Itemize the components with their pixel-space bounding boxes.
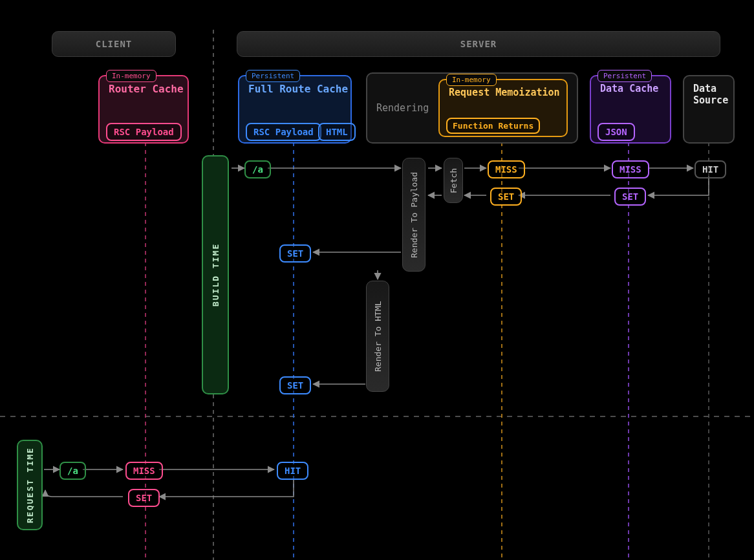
full-route-html-chip: HTML bbox=[318, 123, 356, 141]
render-to-html-block: Render To HTML bbox=[366, 281, 389, 392]
miss-memo-pill: MISS bbox=[488, 160, 525, 178]
router-cache-card: In-memory Router Cache RSC Payload bbox=[98, 75, 189, 144]
req-memo-badge: In-memory bbox=[446, 74, 497, 86]
data-cache-json-chip: JSON bbox=[598, 123, 635, 141]
set-html-pill: SET bbox=[279, 376, 311, 394]
data-source-title: Data Source bbox=[693, 83, 728, 106]
miss-router-pill: MISS bbox=[125, 462, 163, 480]
data-cache-card: Persistent Data Cache JSON bbox=[590, 75, 671, 144]
full-route-cache-card: Persistent Full Route Cache RSC Payload … bbox=[238, 75, 352, 144]
build-time-bar: BUILD TIME bbox=[202, 155, 229, 394]
hit-source-pill: HIT bbox=[695, 160, 726, 178]
data-cache-badge: Persistent bbox=[598, 70, 652, 82]
set-data-pill: SET bbox=[614, 188, 646, 206]
full-route-badge: Persistent bbox=[246, 70, 300, 82]
rendering-label: Rendering bbox=[376, 102, 429, 114]
server-header: SERVER bbox=[237, 31, 720, 57]
request-time-bar: REQUEST TIME bbox=[17, 440, 43, 530]
data-source-card: Data Source bbox=[683, 75, 735, 144]
router-cache-badge: In-memory bbox=[106, 70, 156, 82]
render-to-payload-block: Render To Payload bbox=[402, 158, 425, 272]
router-cache-rsc-chip: RSC Payload bbox=[106, 123, 182, 141]
req-memo-chip: Function Returns bbox=[446, 118, 540, 134]
route-a-request-chip: /a bbox=[59, 462, 86, 480]
set-payload-pill: SET bbox=[279, 244, 311, 263]
full-route-rsc-chip: RSC Payload bbox=[246, 123, 321, 141]
client-header: CLIENT bbox=[52, 31, 176, 57]
fetch-block: Fetch bbox=[444, 158, 463, 203]
data-cache-title: Data Cache bbox=[600, 83, 658, 94]
router-cache-title: Router Cache bbox=[109, 83, 184, 95]
request-memoization-card: In-memory Request Memoization Function R… bbox=[438, 79, 568, 137]
set-router-pill: SET bbox=[128, 489, 160, 507]
route-a-build-chip: /a bbox=[244, 160, 271, 178]
req-memo-title: Request Memoization bbox=[449, 87, 560, 98]
miss-data-pill: MISS bbox=[612, 160, 649, 178]
full-route-title: Full Route Cache bbox=[248, 83, 348, 95]
hit-route-pill: HIT bbox=[277, 462, 308, 480]
set-memo-pill: SET bbox=[490, 188, 522, 206]
